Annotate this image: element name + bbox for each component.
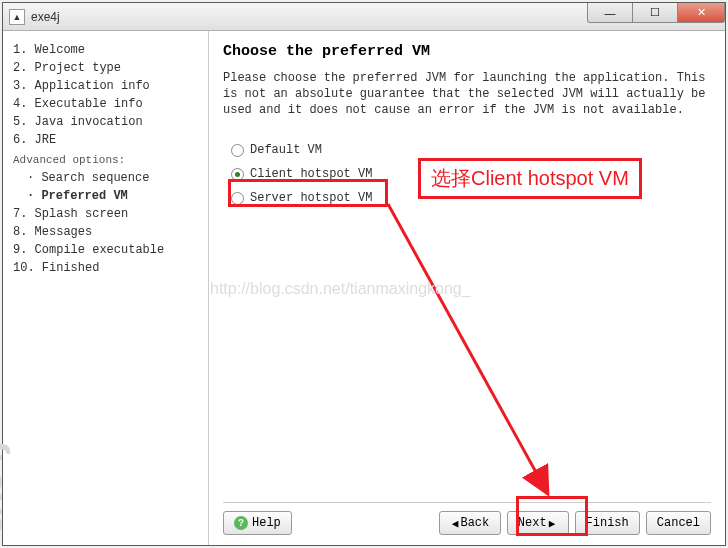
radio-label: Server hotspot VM xyxy=(250,191,372,205)
help-icon: ? xyxy=(234,516,248,530)
app-window: ▲ exe4j — ☐ ✕ 1. Welcome 2. Project type… xyxy=(2,2,726,546)
vm-radio-group: Default VM Client hotspot VM Server hots… xyxy=(231,138,711,210)
radio-default-vm[interactable]: Default VM xyxy=(231,138,711,162)
cancel-button[interactable]: Cancel xyxy=(646,511,711,535)
window-body: 1. Welcome 2. Project type 3. Applicatio… xyxy=(3,31,725,545)
step-welcome[interactable]: 1. Welcome xyxy=(13,41,208,59)
close-button[interactable]: ✕ xyxy=(677,3,725,23)
maximize-button[interactable]: ☐ xyxy=(632,3,678,23)
help-button[interactable]: ? Help xyxy=(223,511,292,535)
next-arrow-icon: ▶ xyxy=(549,517,556,530)
minimize-button[interactable]: — xyxy=(587,3,633,23)
substep-preferred-vm[interactable]: · Preferred VM xyxy=(13,187,208,205)
titlebar: ▲ exe4j — ☐ ✕ xyxy=(3,3,725,31)
radio-server-hotspot-vm[interactable]: Server hotspot VM xyxy=(231,186,711,210)
back-arrow-icon: ◀ xyxy=(452,517,459,530)
radio-icon xyxy=(231,192,244,205)
step-project-type[interactable]: 2. Project type xyxy=(13,59,208,77)
app-icon: ▲ xyxy=(9,9,25,25)
step-finished[interactable]: 10. Finished xyxy=(13,259,208,277)
step-application-info[interactable]: 3. Application info xyxy=(13,77,208,95)
step-java-invocation[interactable]: 5. Java invocation xyxy=(13,113,208,131)
radio-icon xyxy=(231,144,244,157)
finish-button[interactable]: Finish xyxy=(575,511,640,535)
back-button[interactable]: ◀ Back xyxy=(439,511,501,535)
substep-search-sequence[interactable]: · Search sequence xyxy=(13,169,208,187)
brand-logo: exe4j xyxy=(0,440,11,535)
radio-icon xyxy=(231,168,244,181)
page-description: Please choose the preferred JVM for laun… xyxy=(223,70,711,118)
radio-label: Client hotspot VM xyxy=(250,167,372,181)
step-compile[interactable]: 9. Compile executable xyxy=(13,241,208,259)
radio-client-hotspot-vm[interactable]: Client hotspot VM xyxy=(231,162,711,186)
step-executable-info[interactable]: 4. Executable info xyxy=(13,95,208,113)
next-button[interactable]: Next ▶ xyxy=(507,511,569,535)
advanced-options-label: Advanced options: xyxy=(13,151,208,169)
step-messages[interactable]: 8. Messages xyxy=(13,223,208,241)
main-panel: Choose the preferred VM Please choose th… xyxy=(209,31,725,545)
sidebar: 1. Welcome 2. Project type 3. Applicatio… xyxy=(3,31,209,545)
window-title: exe4j xyxy=(31,10,60,24)
button-bar: ? Help ◀ Back Next ▶ Finish Cancel xyxy=(223,502,711,535)
window-buttons: — ☐ ✕ xyxy=(588,3,725,23)
page-heading: Choose the preferred VM xyxy=(223,43,711,60)
radio-label: Default VM xyxy=(250,143,322,157)
step-jre[interactable]: 6. JRE xyxy=(13,131,208,149)
step-splash[interactable]: 7. Splash screen xyxy=(13,205,208,223)
